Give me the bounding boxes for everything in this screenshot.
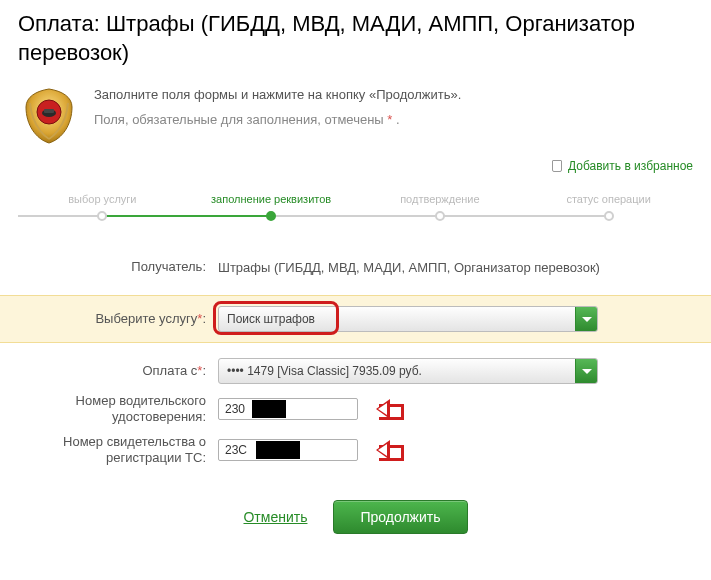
pay-from-select[interactable]: •••• 1479 [Visa Classic] 7935.09 руб. — [218, 358, 598, 384]
progress-stepper: выбор услуги заполнение реквизитов подтв… — [18, 193, 693, 221]
chevron-down-icon — [575, 307, 597, 331]
police-badge-icon — [18, 85, 80, 147]
row-recipient: Получатель: Штрафы (ГИБДД, МВД, МАДИ, АМ… — [18, 249, 693, 285]
add-favorite-label: Добавить в избранное — [568, 159, 693, 173]
intro-instruction: Заполните поля формы и нажмите на кнопку… — [94, 87, 693, 102]
service-selected-text: Поиск штрафов — [227, 312, 575, 326]
driver-license-input[interactable] — [218, 398, 358, 420]
svg-rect-2 — [44, 109, 54, 113]
step-label: подтверждение — [400, 193, 479, 205]
row-vehicle-cert: Номер свидетельства о регистрации ТС: — [18, 430, 693, 471]
vehicle-cert-label: Номер свидетельства о регистрации ТС: — [18, 434, 218, 467]
row-driver-license: Номер водительского удостоверения: — [18, 389, 693, 430]
row-pay-from: Оплата с*: •••• 1479 [Visa Classic] 7935… — [18, 353, 693, 389]
chevron-down-icon — [575, 359, 597, 383]
vehicle-cert-input[interactable] — [218, 439, 358, 461]
driver-license-label: Номер водительского удостоверения: — [18, 393, 218, 426]
recipient-value: Штрафы (ГИБДД, МВД, МАДИ, АМПП, Организа… — [218, 260, 600, 275]
pay-from-label-text: Оплата с — [142, 363, 197, 378]
row-select-service: Выберите услугу*: Поиск штрафов — [0, 295, 711, 343]
annotation-arrow-icon — [368, 400, 404, 418]
colon: : — [202, 311, 206, 326]
step-label: заполнение реквизитов — [211, 193, 331, 205]
bookmark-icon — [552, 160, 562, 172]
intro-required-prefix: Поля, обязательные для заполнения, отмеч… — [94, 112, 387, 127]
pay-from-label: Оплата с*: — [18, 363, 218, 379]
intro-required-suffix: . — [392, 112, 399, 127]
service-label-text: Выберите услугу — [95, 311, 197, 326]
step-label: статус операции — [566, 193, 650, 205]
cancel-button[interactable]: Отменить — [243, 509, 307, 525]
page-title: Оплата: Штрафы (ГИБДД, МВД, МАДИ, АМПП, … — [18, 10, 693, 67]
actions-bar: Отменить Продолжить — [18, 500, 693, 534]
recipient-label: Получатель: — [18, 259, 218, 275]
continue-button[interactable]: Продолжить — [333, 500, 467, 534]
service-select[interactable]: Поиск штрафов — [218, 306, 598, 332]
intro-required-note: Поля, обязательные для заполнения, отмеч… — [94, 112, 693, 127]
pay-from-selected-text: •••• 1479 [Visa Classic] 7935.09 руб. — [227, 364, 575, 378]
annotation-arrow-icon — [368, 441, 404, 459]
colon: : — [202, 363, 206, 378]
service-label: Выберите услугу*: — [18, 311, 218, 327]
add-favorite-link[interactable]: Добавить в избранное — [552, 159, 693, 173]
step-label: выбор услуги — [68, 193, 136, 205]
intro-block: Заполните поля формы и нажмите на кнопку… — [18, 85, 693, 147]
